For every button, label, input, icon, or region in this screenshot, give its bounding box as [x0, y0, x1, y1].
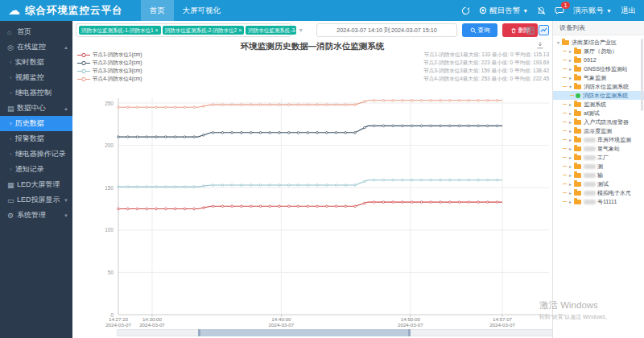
node-multiselect[interactable]: 消防水位监测系统-1-消防水位1×消防水位监测系统-2-消防水位2×消防水位监测…	[76, 23, 291, 37]
tree-node-温湿度监测[interactable]: ▸温湿度监测	[553, 126, 644, 135]
sidebar-item-数据中心[interactable]: ▤数据中心▲	[0, 101, 72, 116]
tree-caret-icon[interactable]: ▾	[555, 39, 561, 45]
tree-node-消防水位监测系统[interactable]: ▾消防水位监测系统	[553, 82, 644, 91]
tree-connector	[563, 122, 567, 122]
sidebar-item-视频监控[interactable]: ›视频监控	[0, 70, 72, 85]
logout-button[interactable]: 退出	[621, 6, 636, 16]
tree-caret-icon[interactable]: ▸	[568, 101, 573, 107]
tree-caret-icon[interactable]: ▸	[568, 110, 573, 116]
datazoom-window[interactable]	[198, 329, 411, 336]
nav-home[interactable]: 首页	[141, 0, 174, 21]
tree-node-量气象站[interactable]: ▸量气象站	[553, 144, 644, 153]
svg-text:14:27:23: 14:27:23	[109, 316, 129, 322]
history-line-chart[interactable]: 05010015020025014:27:232024-03-0714:30:0…	[72, 87, 552, 328]
datazoom-handle-right[interactable]	[408, 329, 411, 336]
folder-icon	[574, 182, 581, 187]
tree-caret-icon[interactable]: ▸	[568, 119, 573, 125]
svg-text:200: 200	[105, 142, 114, 148]
sidebar-item-历史数据[interactable]: ›历史数据	[0, 116, 72, 131]
sidebar-item-实时数据[interactable]: ›实时数据	[0, 55, 72, 70]
tree-node-0912[interactable]: ▸0912	[553, 56, 644, 64]
sidebar-item-通知记录[interactable]: ›通知记录	[0, 162, 72, 177]
tag-remove-icon[interactable]: ×	[238, 26, 242, 35]
sidebar-item-label: 通知记录	[15, 164, 44, 175]
sidebar-item-LED大屏管理[interactable]: ▦LED大屏管理	[0, 177, 72, 192]
sidebar-item-label: 历史数据	[15, 118, 44, 129]
legend-item[interactable]: 节点3-消防水位3(cm)	[77, 67, 142, 75]
tree-caret-icon[interactable]: ▸	[568, 57, 573, 63]
legend-item[interactable]: 节点2-消防水位2(cm)	[77, 59, 142, 67]
tree-caret-icon[interactable]: ▸	[568, 48, 573, 54]
app-title: 综合环境监控云平台	[25, 4, 123, 18]
sidebar-item-系统管理[interactable]: ⚙系统管理▼	[0, 208, 72, 223]
selected-node-tag[interactable]: 消防水位监测系统-3-消防水位3▼	[246, 26, 296, 35]
account-menu[interactable]: 演示账号▼	[573, 6, 612, 16]
tag-label: 消防水位监测系统-1-消防水位1	[81, 26, 154, 35]
sidebar-item-在线监控[interactable]: ◎在线监控▲	[0, 39, 72, 55]
tree-node-入户式防汛报警器[interactable]: ▸入户式防汛报警器	[553, 117, 644, 126]
datazoom-handle-left[interactable]	[198, 329, 200, 336]
tree-node-工厂[interactable]: ▸工厂	[553, 153, 644, 162]
sidebar-item-继电器操作记录[interactable]: ›继电器操作记录	[0, 146, 72, 162]
tree-node-测试[interactable]: ▸测试	[553, 179, 644, 188]
tree-caret-icon[interactable]: ▸	[568, 66, 573, 72]
tree-caret-icon[interactable]: ▸	[568, 172, 573, 178]
tree-node-测[interactable]: ▸测	[553, 162, 644, 171]
legend-marker-icon	[77, 76, 90, 82]
toolbox-table-icon[interactable]	[525, 25, 535, 35]
tree-node-气象监测[interactable]: ▸气象监测	[553, 73, 644, 82]
tree-caret-icon[interactable]: ▸	[568, 190, 573, 196]
message-icon[interactable]: 1	[555, 6, 564, 15]
query-button[interactable]: 查询	[462, 23, 497, 37]
tree-caret-icon[interactable]: ▸	[568, 181, 573, 187]
tree-node-监测系统[interactable]: ▸监测系统	[553, 100, 644, 109]
toolbox-chart-icon[interactable]	[539, 25, 549, 35]
chevron-down-icon: ▼	[64, 198, 68, 203]
nav-bigscreen[interactable]: 大屏可视化	[174, 0, 230, 21]
tree-caret-icon[interactable]: ▸	[568, 163, 573, 169]
refresh-icon[interactable]	[461, 6, 470, 15]
selected-node-tag[interactable]: 消防水位监测系统-1-消防水位1×	[79, 26, 161, 35]
sidebar-item-LED投屏显示[interactable]: ▭LED投屏显示▼	[0, 192, 72, 208]
tree-caret-icon[interactable]: ▸	[568, 75, 573, 80]
top-header: ☁ 综合环境监控云平台 首页 大屏可视化 醒目告警▼ 1 演示账号▼ 退出	[0, 0, 644, 21]
tree-node-库房环境监测[interactable]: ▸库房环境监测	[553, 135, 644, 144]
tree-node-模拟电子水尺[interactable]: ▸模拟电子水尺	[553, 188, 644, 197]
cloud-logo-icon: ☁	[8, 3, 20, 18]
tree-node-济南某综合产业区[interactable]: ▾济南某综合产业区	[553, 38, 644, 47]
date-range-input[interactable]: 2024-03-07 14:10 到 2024-03-07 15:10	[316, 23, 457, 37]
tree-node-展厅（勿动）[interactable]: ▸展厅（勿动）	[553, 47, 644, 56]
legend-marker-icon	[77, 60, 90, 66]
tree-node-消防水位监测系统[interactable]: 消防水位监测系统	[553, 91, 644, 100]
legend-item[interactable]: 节点4-消防水位4(cm)	[77, 75, 142, 83]
series-stat-line: 节点2-消防水位2最大值: 223 最小值: 0 平均值: 193.69	[378, 59, 549, 67]
tree-node-号11111[interactable]: ▸号11111	[553, 197, 644, 206]
mute-bell-icon[interactable]	[537, 6, 546, 15]
tree-node-输[interactable]: ▸输	[553, 171, 644, 179]
tree-caret-icon[interactable]: ▸	[568, 137, 573, 142]
tree-node-label: 气象监测	[584, 74, 606, 82]
download-icon[interactable]	[536, 41, 544, 49]
alarm-toggle[interactable]: 醒目告警▼	[479, 6, 528, 16]
legend-marker-icon	[77, 52, 90, 58]
series-stat-line: 节点3-消防水位3最大值: 159 最小值: 0 平均值: 138.42	[378, 67, 549, 75]
tree-node-GNSS位移监测站[interactable]: ▸GNSS位移监测站	[553, 64, 644, 73]
tree-caret-icon[interactable]: ▾	[568, 84, 573, 89]
datazoom-slider[interactable]	[117, 329, 554, 336]
tree-node-at测试[interactable]: ▸at测试	[553, 109, 644, 117]
tree-caret-icon[interactable]: ▸	[568, 199, 573, 204]
selected-node-tag[interactable]: 消防水位监测系统-2-消防水位2×	[163, 26, 245, 35]
tree-caret-icon[interactable]: ▸	[568, 155, 573, 160]
tree-scrollbar[interactable]	[641, 39, 643, 111]
folder-icon	[574, 111, 581, 116]
device-panel-title: 设备列表	[553, 21, 644, 35]
tag-remove-icon[interactable]: ×	[155, 26, 159, 35]
gear-icon: ⚙	[7, 212, 17, 220]
sidebar-item-首页[interactable]: ⌂首页	[0, 24, 72, 39]
sidebar-item-报警数据[interactable]: ›报警数据	[0, 131, 72, 146]
tree-caret-icon[interactable]: ▸	[568, 146, 573, 151]
tree-caret-icon[interactable]: ▸	[568, 128, 573, 134]
folder-icon	[574, 191, 581, 196]
sidebar-item-继电器控制[interactable]: ›继电器控制	[0, 85, 72, 101]
legend-item[interactable]: 节点1-消防水位1(cm)	[77, 51, 142, 59]
